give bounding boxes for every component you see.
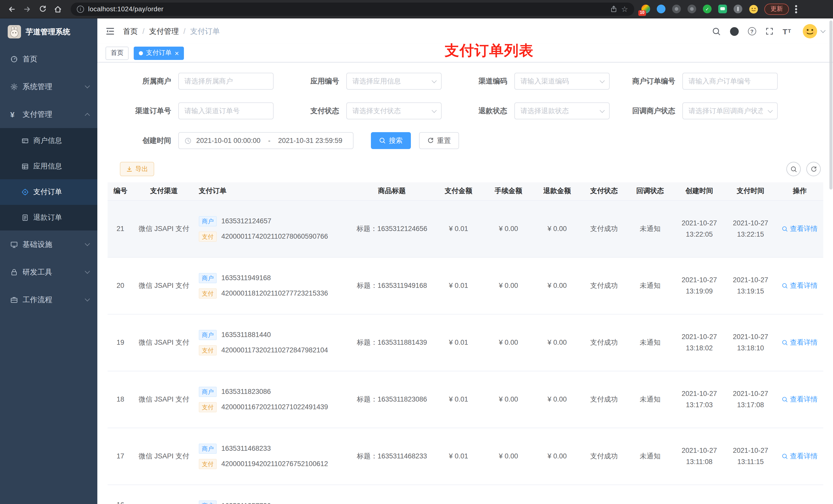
reset-button-label: 重置 <box>437 136 451 145</box>
sidebar-item-merchant-info[interactable]: 商户信息 <box>0 128 97 154</box>
chevron-down-icon <box>85 269 90 274</box>
order-id: 20 <box>117 282 124 289</box>
sidebar-item-devtools[interactable]: 研发工具 <box>0 258 97 286</box>
order-id: 17 <box>117 452 124 460</box>
pay-submenu: 商户信息 应用信息 支付订单 <box>0 128 97 231</box>
create-time: 2021-10-27 13:11:08 <box>678 445 721 467</box>
sidebar-item-refund-order[interactable]: 退款订单 <box>0 205 97 231</box>
back-button[interactable] <box>5 2 19 16</box>
refund-status-select[interactable] <box>514 102 610 119</box>
sidebar-item-infra[interactable]: 基础设施 <box>0 231 97 258</box>
dark-extension-icon-2[interactable] <box>688 5 696 13</box>
app-no-select[interactable] <box>346 73 442 90</box>
create-time: 2021-10-27 13:18:02 <box>678 331 721 354</box>
view-detail-link[interactable]: 查看详情 <box>782 224 818 233</box>
search-icon[interactable] <box>712 27 720 35</box>
date-range-input[interactable]: 2021-10-01 00:00:00 - 2021-10-31 23:59:5… <box>178 132 354 149</box>
view-detail-label: 查看详情 <box>790 281 818 290</box>
sidebar-item-label: 支付订单 <box>33 188 62 197</box>
reset-button[interactable]: 重置 <box>419 132 459 149</box>
sidebar-item-workflow[interactable]: 工作流程 <box>0 286 97 313</box>
dark-extension-icon[interactable] <box>672 5 681 13</box>
app-logo-row[interactable]: 芋道管理系统 <box>0 19 97 45</box>
refund-amount: ¥ 0.00 <box>547 452 567 460</box>
toggle-search-button[interactable] <box>786 162 801 176</box>
info-icon[interactable] <box>77 5 84 13</box>
channel-code-select[interactable] <box>514 73 610 90</box>
field-label: 应用编号 <box>276 77 339 86</box>
breadcrumb-pay-manage[interactable]: 支付管理 <box>149 26 179 36</box>
pay-channel: 微信 JSAPI 支付 <box>139 452 189 460</box>
channel-order-no-input[interactable] <box>178 102 273 119</box>
sidebar-item-system[interactable]: 系统管理 <box>0 73 97 100</box>
notify-status-select[interactable] <box>682 102 778 119</box>
date-separator: - <box>265 137 273 144</box>
sidebar-item-label: 基础设施 <box>23 239 52 249</box>
sidebar-item-pay[interactable]: 支付管理 <box>0 100 97 128</box>
refresh-table-button[interactable] <box>806 162 821 176</box>
pay-time: 2021-10-27 13:17:08 <box>729 388 772 410</box>
home-button[interactable] <box>51 2 65 16</box>
merchant-input[interactable] <box>178 73 273 90</box>
view-detail-link[interactable]: 查看详情 <box>782 281 818 290</box>
merchant-order-no-input[interactable] <box>682 73 778 90</box>
question-icon[interactable] <box>748 27 756 35</box>
col-id: 编号 <box>108 182 133 200</box>
app-frame: 芋道管理系统 首页 系统管理 支付管理 <box>0 19 833 504</box>
reload-button[interactable] <box>36 2 49 16</box>
pay-channel: 微信 JSAPI 支付 <box>139 224 189 232</box>
view-detail-link[interactable]: 查看详情 <box>782 452 818 461</box>
green-chat-extension-icon[interactable] <box>718 5 727 13</box>
aim-icon <box>22 189 29 196</box>
col-pay-status: 支付状态 <box>581 182 626 200</box>
merchant-tag: 商户 <box>199 216 217 226</box>
tab-pay-order[interactable]: 支付订单 <box>134 46 184 60</box>
pay-status-select[interactable] <box>346 102 442 119</box>
sidebar-item-home[interactable]: 首页 <box>0 45 97 73</box>
toolbar-right <box>786 162 821 176</box>
table-toolbar: 导出 <box>120 162 823 176</box>
view-detail-link[interactable]: 查看详情 <box>782 338 818 347</box>
view-detail-label: 查看详情 <box>790 224 818 233</box>
order-id: 18 <box>117 395 124 403</box>
export-button[interactable]: 导出 <box>120 162 154 176</box>
briefcase-icon <box>10 296 18 304</box>
sidebar-item-label: 商户信息 <box>33 136 62 145</box>
chevron-down-icon <box>820 28 826 33</box>
share-icon[interactable] <box>610 5 617 13</box>
pay-tag: 支付 <box>199 231 217 241</box>
pay-amount: ¥ 0.01 <box>449 225 468 233</box>
url-bar[interactable]: localhost:1024/pay/order <box>71 2 634 16</box>
drop-extension-icon[interactable] <box>657 5 665 13</box>
search-icon <box>379 137 386 144</box>
sidebar-item-label: 研发工具 <box>23 267 52 277</box>
font-size-icon[interactable] <box>783 27 791 35</box>
browser-update-button[interactable]: 更新 <box>764 3 789 15</box>
lock-icon <box>10 268 18 276</box>
navbar: 首页 支付管理 支付订单 <box>97 19 833 44</box>
pay-tag: 支付 <box>199 288 217 298</box>
breadcrumb-home[interactable]: 首页 <box>123 26 138 36</box>
sidebar-item-pay-order[interactable]: 支付订单 <box>0 179 97 205</box>
smiley-extension-icon[interactable] <box>749 4 758 14</box>
bookmark-star-icon[interactable] <box>621 5 628 13</box>
sidebar-item-app-info[interactable]: 应用信息 <box>0 154 97 179</box>
github-icon[interactable] <box>730 27 738 35</box>
tab-home[interactable]: 首页 <box>105 46 128 60</box>
forward-button[interactable] <box>21 2 34 16</box>
extension-colorful-icon[interactable]: 10 <box>641 5 650 13</box>
goods-subject: 标题：1635311949168 <box>357 282 427 289</box>
create-time: 2021-10-27 13:19:09 <box>678 274 721 297</box>
pin-extension-icon[interactable] <box>734 5 742 13</box>
search-button[interactable]: 搜索 <box>371 132 411 149</box>
browser-menu-icon[interactable] <box>795 8 797 10</box>
sidebar-fold-icon[interactable] <box>105 27 115 36</box>
view-detail-label: 查看详情 <box>790 452 818 461</box>
search-icon <box>782 283 788 289</box>
user-avatar-dropdown[interactable] <box>802 24 825 39</box>
window-scrollbar[interactable] <box>829 21 832 190</box>
close-icon[interactable] <box>175 49 179 56</box>
view-detail-link[interactable]: 查看详情 <box>782 394 818 404</box>
green-check-extension-icon[interactable] <box>703 5 712 13</box>
fullscreen-icon[interactable] <box>765 27 773 35</box>
